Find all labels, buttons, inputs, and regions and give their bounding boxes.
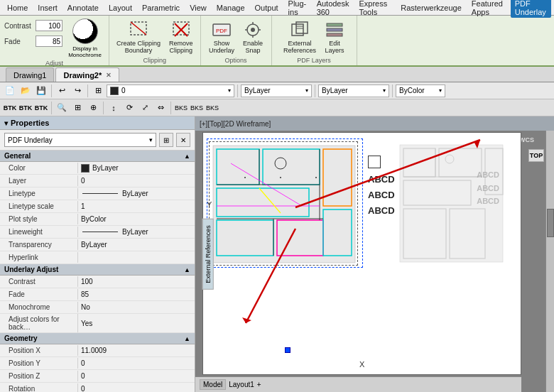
prop-hyperlink[interactable]: Hyperlink — [0, 251, 195, 264]
menu-layout[interactable]: Layout — [104, 2, 136, 13]
tb-new-btn[interactable]: 📄 — [3, 84, 17, 98]
tb-layer-btn[interactable]: ⊞ — [91, 84, 105, 98]
section-general[interactable]: General ▲ — [0, 151, 195, 162]
external-refs-label[interactable]: External References — [202, 219, 214, 290]
prop-transparency[interactable]: Transparency ByLayer — [0, 239, 195, 251]
menu-manage[interactable]: Manage — [212, 2, 249, 13]
menu-featured-apps[interactable]: Featured Apps — [467, 0, 509, 18]
menu-insert[interactable]: Insert — [33, 2, 62, 13]
tab-drawing2[interactable]: Drawing2* ✕ — [55, 67, 119, 82]
prop-lineweight[interactable]: Lineweight ByLayer — [0, 226, 195, 239]
prop-type-dropdown[interactable]: PDF Underlay ▾ — [4, 133, 156, 147]
menu-annotate[interactable]: Annotate — [63, 2, 103, 13]
prop-u-contrast[interactable]: Contrast 100 — [0, 276, 195, 288]
v-scrollbar-thumb[interactable] — [547, 209, 554, 237]
tb-save-btn[interactable]: 💾 — [34, 84, 48, 98]
edit-layers-btn[interactable]: EditLayers — [322, 18, 347, 55]
tb2-grid-btn[interactable]: ⊞ — [70, 101, 85, 115]
v-scrollbar[interactable] — [545, 131, 554, 392]
section-general-arrow[interactable]: ▲ — [184, 153, 190, 160]
prop-rotation[interactable]: Rotation 0 — [0, 383, 195, 392]
section-underlay-arrow[interactable]: ▲ — [184, 266, 190, 273]
menu-express-tools[interactable]: Express Tools — [355, 0, 396, 18]
tb2-ortho-btn[interactable]: ⊕ — [86, 101, 100, 115]
remove-clipping-btn[interactable]: RemoveClipping — [166, 18, 196, 55]
ribbon-group-options: PDF ShowUnderlay EnableSnap Options — [201, 16, 272, 65]
tab-drawing2-close[interactable]: ✕ — [106, 72, 112, 79]
tab-drawing1[interactable]: Drawing1 — [6, 67, 54, 82]
contrast-input[interactable] — [36, 20, 63, 31]
tb2-scale-btn[interactable]: ⤢ — [138, 101, 152, 115]
tb2-bks3[interactable]: BKS — [205, 101, 219, 115]
prop-pos-x[interactable]: Position X 11.0009 — [0, 344, 195, 357]
tb2-bks1[interactable]: BKS — [174, 101, 188, 115]
show-underlay-label: ShowUnderlay — [209, 40, 234, 54]
prop-color[interactable]: Color ByLayer — [0, 162, 195, 175]
menu-plugins[interactable]: Plug-ins — [284, 0, 311, 18]
menu-autodesk360[interactable]: Autodesk 360 — [313, 0, 354, 18]
fade-input[interactable] — [36, 36, 63, 47]
create-clipping-btn[interactable]: Create ClippingBoundary — [114, 18, 163, 55]
prop-u-monochrome[interactable]: Monochrome No — [0, 301, 195, 314]
show-underlay-btn[interactable]: PDF ShowUnderlay — [206, 18, 237, 55]
tb2-sep2 — [103, 102, 104, 114]
menu-parametric[interactable]: Parametric — [138, 2, 184, 13]
prop-u-monochrome-key: Monochrome — [0, 302, 78, 312]
tb-undo-btn[interactable]: ↩ — [55, 84, 69, 98]
menu-home[interactable]: Home — [3, 2, 32, 13]
menu-view[interactable]: View — [185, 2, 211, 13]
tab-drawing2-label: Drawing2* — [63, 71, 102, 80]
menu-pdf-underlay[interactable]: PDF Underlay — [511, 0, 551, 18]
enable-snap-btn[interactable]: EnableSnap — [240, 18, 266, 55]
top-label[interactable]: TOP — [528, 149, 544, 162]
monochrome-icon[interactable] — [72, 18, 98, 44]
prop-pos-x-key: Position X — [0, 345, 78, 356]
section-underlay-adjust[interactable]: Underlay Adjust ▲ — [0, 264, 195, 276]
enable-snap-label: EnableSnap — [243, 40, 263, 54]
menu-output[interactable]: Output — [251, 2, 283, 13]
layer-dropdown-arrow[interactable]: ▾ — [228, 87, 231, 94]
prop-plot-style[interactable]: Plot style ByColor — [0, 213, 195, 226]
lineweight-dropdown[interactable]: ByLayer ▾ — [318, 85, 389, 97]
tb2-rotate-btn[interactable]: ⟳ — [122, 101, 136, 115]
abcd-text-1: ABCD — [368, 172, 395, 187]
status-plus[interactable]: + — [257, 381, 261, 388]
abcd-right-2: ABCD — [477, 182, 499, 195]
external-references-btn[interactable]: ExternalReferences — [281, 18, 319, 55]
status-model[interactable]: Model — [200, 379, 226, 390]
tb2-move-btn[interactable]: ↕ — [107, 101, 121, 115]
tb-redo-btn[interactable]: ↪ — [70, 84, 85, 98]
tb2-btn1[interactable]: BTK — [3, 101, 17, 115]
prop-pos-z[interactable]: Position Z 0 — [0, 370, 195, 383]
properties-panel: ▾ Properties PDF Underlay ▾ ⊞ ✕ General … — [0, 116, 195, 392]
prop-linetype[interactable]: Linetype ByLayer — [0, 187, 195, 200]
prop-u-fade[interactable]: Fade 85 — [0, 288, 195, 301]
tb2-bks2[interactable]: BKS — [190, 101, 204, 115]
remove-clipping-icon — [171, 20, 191, 40]
panel-collapse-icon[interactable]: ▾ — [4, 119, 8, 127]
color-dropdown[interactable]: ByColor ▾ — [396, 85, 445, 97]
color-value: ByColor — [399, 87, 425, 94]
tb2-btn3[interactable]: BTK — [34, 101, 48, 115]
tb2-btn2[interactable]: BTK — [18, 101, 33, 115]
section-underlay-label: Underlay Adjust — [4, 266, 58, 273]
linetype-dropdown[interactable]: ByLayer ▾ — [241, 85, 312, 97]
prop-dropdown-row: PDF Underlay ▾ ⊞ ✕ — [0, 130, 195, 151]
tb2-snap-btn[interactable]: 🔍 — [55, 101, 69, 115]
menu-rasterwerkzeuge[interactable]: Rasterwerkzeuge — [396, 2, 466, 13]
prop-pos-y[interactable]: Position Y 0 — [0, 357, 195, 370]
layer-selector[interactable]: 0 ▾ — [107, 85, 234, 97]
wcs-label: WCS — [519, 136, 534, 143]
status-layout1[interactable]: Layout1 — [229, 381, 254, 388]
ribbon: Contrast Fade Display in Monochrome Adju… — [0, 16, 554, 67]
section-geometry[interactable]: Geometry ▲ — [0, 333, 195, 344]
prop-icon-btn1[interactable]: ⊞ — [159, 133, 173, 147]
prop-linetype-scale[interactable]: Linetype scale 1 — [0, 200, 195, 213]
remove-clipping-label: RemoveClipping — [169, 40, 193, 54]
prop-u-adjust-colors[interactable]: Adjust colors for back… Yes — [0, 314, 195, 333]
section-geometry-arrow[interactable]: ▲ — [184, 335, 190, 342]
tb2-mirror-btn[interactable]: ⇔ — [153, 101, 168, 115]
prop-icon-btn2[interactable]: ✕ — [176, 133, 190, 147]
prop-layer[interactable]: Layer 0 — [0, 175, 195, 187]
tb-open-btn[interactable]: 📂 — [18, 84, 33, 98]
